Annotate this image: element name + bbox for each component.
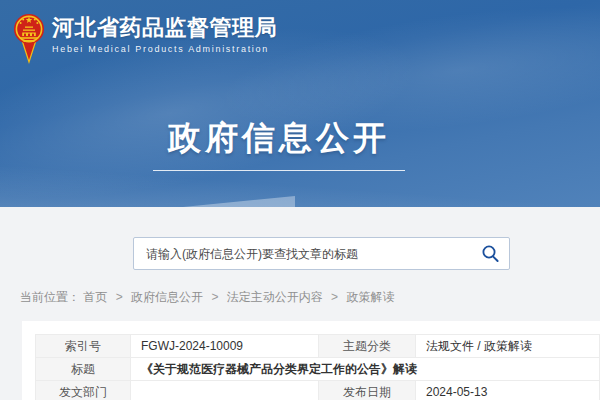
table-row: 索引号 FGWJ-2024-10009 主题分类 法规文件 / 政策解读 <box>36 335 600 358</box>
index-number-label: 索引号 <box>36 335 131 358</box>
breadcrumb-separator: > <box>331 290 338 304</box>
main-content: 当前位置： 首页 > 政府信息公开 > 法定主动公开内容 > 政策解读 索引号 … <box>0 237 600 400</box>
title-label: 标题 <box>36 358 131 381</box>
search-icon <box>481 244 500 263</box>
publish-date-label: 发布日期 <box>319 381 416 400</box>
issuing-department-label: 发文部门 <box>36 381 131 400</box>
site-logo-text: 河北省药品监督管理局 Hebei Medical Products Admini… <box>52 12 277 54</box>
china-national-emblem-icon <box>13 12 45 64</box>
search-input[interactable] <box>134 238 471 269</box>
page-title-underline <box>153 170 405 171</box>
agency-name-cn: 河北省药品监督管理局 <box>52 16 277 40</box>
breadcrumb-item-home[interactable]: 首页 <box>83 290 107 304</box>
issuing-department-value <box>131 381 319 400</box>
subject-category-value: 法规文件 / 政策解读 <box>416 335 600 358</box>
banner-header: 河北省药品监督管理局 Hebei Medical Products Admini… <box>0 0 600 207</box>
document-title-link[interactable]: 《关于规范医疗器械产品分类界定工作的公告》解读 <box>141 362 417 376</box>
breadcrumb-separator: > <box>211 290 218 304</box>
index-number-value: FGWJ-2024-10009 <box>131 335 319 358</box>
breadcrumb: 当前位置： 首页 > 政府信息公开 > 法定主动公开内容 > 政策解读 <box>20 289 600 306</box>
table-row: 标题 《关于规范医疗器械产品分类界定工作的公告》解读 <box>36 358 600 381</box>
subject-category-label: 主题分类 <box>319 335 416 358</box>
table-row: 发文部门 发布日期 2024-05-13 <box>36 381 600 400</box>
breadcrumb-separator: > <box>116 290 123 304</box>
document-info-card: 索引号 FGWJ-2024-10009 主题分类 法规文件 / 政策解读 标题 … <box>22 321 600 400</box>
breadcrumb-item-info-disclosure[interactable]: 政府信息公开 <box>131 290 203 304</box>
breadcrumb-prefix: 当前位置： <box>20 290 80 304</box>
page-title: 政府信息公开 <box>0 116 600 161</box>
title-value-cell: 《关于规范医疗器械产品分类界定工作的公告》解读 <box>131 358 600 381</box>
agency-name-en: Hebei Medical Products Administration <box>52 44 277 54</box>
breadcrumb-item-statutory-disclosure[interactable]: 法定主动公开内容 <box>227 290 323 304</box>
search-button[interactable] <box>471 238 509 269</box>
publish-date-value: 2024-05-13 <box>416 381 600 400</box>
banner-wave-decoration <box>0 167 600 207</box>
search-bar <box>133 237 510 270</box>
site-logo[interactable]: 河北省药品监督管理局 Hebei Medical Products Admini… <box>13 12 277 64</box>
document-info-table: 索引号 FGWJ-2024-10009 主题分类 法规文件 / 政策解读 标题 … <box>35 334 600 400</box>
breadcrumb-item-policy-interpretation[interactable]: 政策解读 <box>346 290 394 304</box>
